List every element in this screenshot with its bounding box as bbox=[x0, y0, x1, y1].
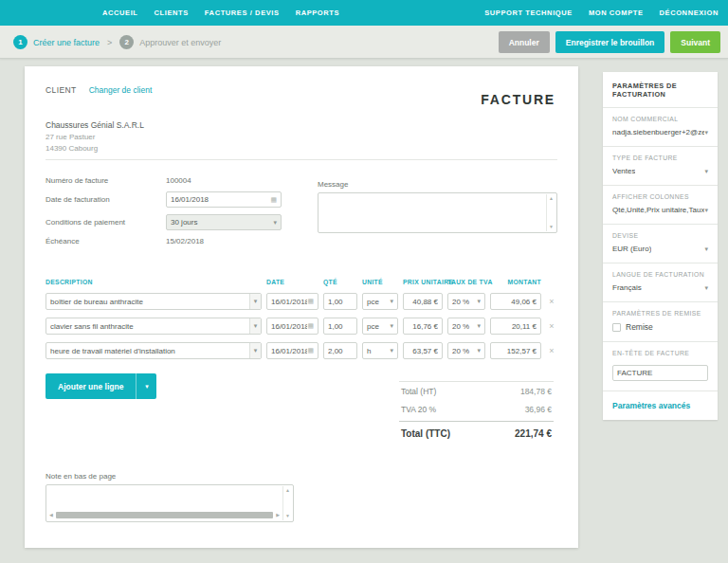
message-textarea[interactable]: ▲ ▼ bbox=[318, 192, 557, 233]
footer-note-textarea[interactable]: ▲ ▼ ◀ ▶ bbox=[46, 484, 294, 522]
sidebar-section-language: LANGUE DE FACTURATION Français ▾ bbox=[603, 263, 718, 301]
header-unit: UNITÉ bbox=[362, 279, 398, 285]
invoice-title: FACTURE bbox=[481, 92, 555, 107]
header-amount: MONTANT bbox=[490, 279, 541, 285]
chevron-down-icon: ▾ bbox=[477, 347, 481, 354]
row1-vat-select[interactable]: 20 % ▾ bbox=[447, 293, 485, 310]
step-1-badge[interactable]: 1 bbox=[13, 35, 27, 49]
row2-date-input[interactable]: 16/01/2018 ▦ bbox=[266, 318, 318, 335]
discount-checkbox-row[interactable]: Remise bbox=[612, 322, 708, 332]
chevron-down-icon: ▾ bbox=[704, 284, 708, 292]
advanced-settings-link[interactable]: Paramètres avancés bbox=[603, 390, 718, 420]
note-horizontal-scrollbar[interactable]: ◀ ▶ bbox=[47, 511, 282, 519]
scroll-up-icon[interactable]: ▲ bbox=[285, 488, 290, 493]
table-row: heure de travail matériel d'installation… bbox=[46, 342, 557, 359]
row3-date-input[interactable]: 16/01/2018 ▦ bbox=[266, 342, 318, 359]
row1-date-input[interactable]: 16/01/2018 ▦ bbox=[266, 293, 318, 310]
row3-delete-icon[interactable]: × bbox=[546, 346, 557, 355]
sidebar-section-columns: AFFICHER COLONNES Qté,Unité,Prix unitair… bbox=[603, 185, 718, 224]
grand-total-value: 221,74 € bbox=[515, 428, 552, 439]
scroll-left-icon[interactable]: ◀ bbox=[49, 513, 53, 518]
add-line-button[interactable]: Ajouter une ligne ▾ bbox=[46, 373, 156, 399]
cancel-button[interactable]: Annuler bbox=[499, 31, 550, 53]
invoice-type-select[interactable]: Ventes ▾ bbox=[612, 167, 708, 175]
workflow-actions: Annuler Enregistrer le brouillon Suivant bbox=[499, 26, 720, 59]
chevron-down-icon: ▾ bbox=[704, 245, 708, 253]
row3-qty-input[interactable]: 2,00 bbox=[323, 342, 357, 359]
step-2-label[interactable]: Approuver et envoyer bbox=[139, 38, 221, 47]
subtotal-value: 184,78 € bbox=[520, 387, 552, 396]
row2-unit-select[interactable]: pce ▾ bbox=[362, 318, 398, 335]
scroll-right-icon[interactable]: ▶ bbox=[276, 513, 280, 518]
client-divider bbox=[46, 159, 557, 160]
invoice-number-value: 100004 bbox=[166, 176, 191, 185]
nav-accueil[interactable]: ACCUEIL bbox=[102, 9, 138, 17]
row2-unit-price-input[interactable]: 16,76 € bbox=[403, 318, 443, 335]
row3-description-select[interactable]: heure de travail matériel d'installation… bbox=[46, 342, 262, 359]
nav-factures-devis[interactable]: FACTURES / DEVIS bbox=[205, 9, 280, 17]
chevron-down-icon: ▾ bbox=[254, 298, 258, 305]
sidebar-section-discount: PARAMÈTRES DE REMISE Remise bbox=[603, 301, 718, 341]
calendar-icon: ▦ bbox=[307, 298, 314, 305]
row1-amount-field: 49,06 € bbox=[490, 293, 541, 310]
scroll-down-icon[interactable]: ▼ bbox=[549, 225, 554, 229]
nav-rapports[interactable]: RAPPORTS bbox=[296, 9, 339, 17]
payment-terms-select[interactable]: 30 jours ▾ bbox=[166, 214, 282, 230]
row1-unit-select[interactable]: pce ▾ bbox=[362, 293, 398, 310]
scroll-down-icon[interactable]: ▼ bbox=[285, 514, 290, 518]
language-select[interactable]: Français ▾ bbox=[612, 283, 708, 292]
next-button[interactable]: Suivant bbox=[670, 31, 720, 53]
row2-qty-input[interactable]: 1,00 bbox=[323, 318, 357, 335]
sidebar-section-currency: DEVISE EUR (Euro) ▾ bbox=[603, 224, 718, 263]
change-client-link[interactable]: Changer de client bbox=[89, 85, 153, 95]
nav-mon-compte[interactable]: MON COMPTE bbox=[589, 9, 644, 17]
invoice-header-input[interactable] bbox=[612, 365, 708, 381]
row2-vat-select[interactable]: 20 % ▾ bbox=[447, 318, 485, 335]
row3-unit-price-input[interactable]: 63,57 € bbox=[403, 342, 443, 359]
table-row: clavier sans fil anthracite ▾ 16/01/2018… bbox=[46, 318, 557, 335]
chevron-down-icon: ▾ bbox=[390, 347, 393, 354]
vat-label: TVA 20 % bbox=[401, 405, 436, 414]
client-address-line2: 14390 Cabourg bbox=[46, 143, 144, 154]
row1-qty-input[interactable]: 1,00 bbox=[323, 293, 357, 310]
invoice-date-input[interactable]: 16/01/2018 ▦ bbox=[166, 191, 282, 208]
account-menu: SUPPORT TECHNIQUE MON COMPTE DÉCONNEXION bbox=[484, 0, 719, 26]
calendar-icon: ▦ bbox=[270, 196, 277, 204]
nav-support-technique[interactable]: SUPPORT TECHNIQUE bbox=[484, 9, 573, 17]
row2-delete-icon[interactable]: × bbox=[546, 321, 557, 331]
columns-select[interactable]: Qté,Unité,Prix unitaire,Taux... ▾ bbox=[612, 206, 708, 214]
chevron-down-icon: ▾ bbox=[254, 347, 258, 354]
step-1-label[interactable]: Créer une facture bbox=[33, 38, 100, 47]
scrollbar-thumb[interactable] bbox=[56, 512, 273, 518]
chevron-down-icon: ▾ bbox=[477, 298, 481, 305]
scroll-up-icon[interactable]: ▲ bbox=[549, 196, 554, 201]
main-menu: ACCUEIL CLIENTS FACTURES / DEVIS RAPPORT… bbox=[102, 0, 339, 26]
nav-deconnexion[interactable]: DÉCONNEXION bbox=[660, 9, 719, 17]
row1-description-select[interactable]: boîtier de bureau anthracite ▾ bbox=[46, 293, 262, 310]
row2-description-select[interactable]: clavier sans fil anthracite ▾ bbox=[46, 318, 262, 335]
discount-checkbox[interactable] bbox=[612, 323, 621, 332]
message-vertical-scrollbar[interactable]: ▲ ▼ bbox=[546, 194, 555, 231]
add-line-dropdown-toggle[interactable]: ▾ bbox=[136, 373, 156, 399]
chevron-down-icon: ▾ bbox=[390, 322, 393, 330]
message-input[interactable] bbox=[318, 193, 556, 232]
client-address-block: Chaussures Génial S.A.R.L 27 rue Pastuer… bbox=[46, 120, 144, 154]
currency-select[interactable]: EUR (Euro) ▾ bbox=[612, 245, 708, 253]
note-vertical-scrollbar[interactable]: ▲ ▼ bbox=[282, 486, 292, 520]
invoice-card: CLIENT Changer de client FACTURE Chaussu… bbox=[25, 66, 578, 548]
sidebar-title: PARAMÈTRES DE FACTURATION bbox=[603, 72, 718, 107]
totals-block: Total (HT) 184,78 € TVA 20 % 36,96 € Tot… bbox=[399, 381, 554, 443]
row3-vat-select[interactable]: 20 % ▾ bbox=[447, 342, 485, 359]
save-draft-button[interactable]: Enregistrer le brouillon bbox=[555, 31, 665, 53]
line-items-header: DESCRIPTION DATE QTÉ UNITÉ PRIX UNITAIRE… bbox=[46, 279, 557, 285]
row2-amount-field: 20,11 € bbox=[490, 318, 541, 335]
nav-clients[interactable]: CLIENTS bbox=[155, 9, 189, 17]
row3-unit-select[interactable]: h ▾ bbox=[362, 342, 398, 359]
row1-delete-icon[interactable]: × bbox=[546, 297, 557, 306]
header-qty: QTÉ bbox=[323, 279, 357, 285]
row1-unit-price-input[interactable]: 40,88 € bbox=[403, 293, 443, 310]
step-2-badge[interactable]: 2 bbox=[119, 35, 134, 49]
chevron-down-icon: ▾ bbox=[704, 129, 708, 136]
workflow-bar: 1 Créer une facture > 2 Approuver et env… bbox=[0, 26, 728, 59]
business-name-select[interactable]: nadja.siebenbuerger+2@ze... ▾ bbox=[612, 128, 708, 136]
